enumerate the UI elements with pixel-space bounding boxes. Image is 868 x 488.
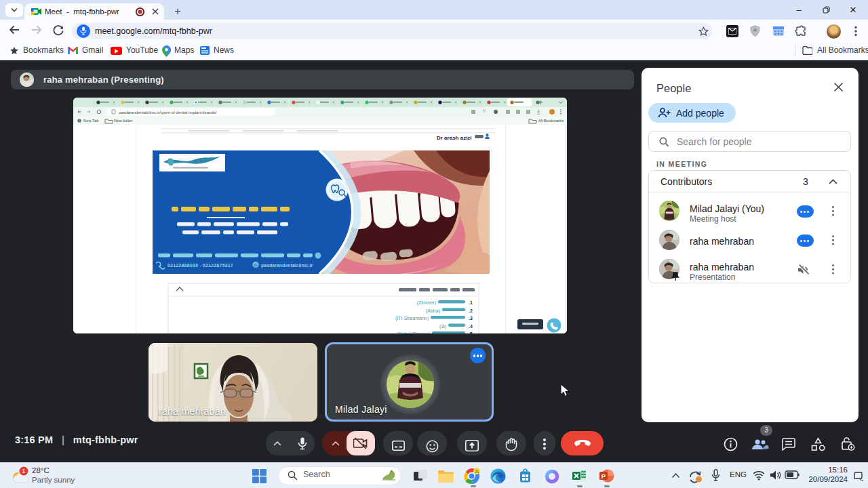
svg-text:pasdarandentalclinic.ir: pasdarandentalclinic.ir <box>261 263 313 268</box>
svg-text:02122888039 - 02122875317: 02122888039 - 02122875317 <box>167 263 233 268</box>
svg-text:pasdarandentalclinic.ir/types-: pasdarandentalclinic.ir/types-of-dental-… <box>119 110 217 115</box>
svg-text:Dr arash azizi: Dr arash azizi <box>437 135 472 141</box>
svg-text:.2: .2 <box>469 308 473 313</box>
svg-text:.1: .1 <box>469 300 473 305</box>
svg-text:.3: .3 <box>469 316 473 321</box>
svg-text:⚠: ⚠ <box>475 468 479 474</box>
svg-text:New Tab: New Tab <box>83 119 98 123</box>
svg-text:(Zimmer): (Zimmer) <box>417 300 436 306</box>
svg-text:1: 1 <box>22 467 25 474</box>
svg-text:(3i): (3i) <box>439 324 446 329</box>
svg-text:(ITI Streamann): (ITI Streamann) <box>395 316 429 321</box>
svg-text:(Astra): (Astra) <box>426 308 440 314</box>
svg-text:P: P <box>601 472 606 480</box>
svg-text:.4: .4 <box>469 324 473 329</box>
svg-text:New folder: New folder <box>114 119 133 123</box>
svg-text:@: @ <box>254 263 258 267</box>
svg-text:All Bookmarks: All Bookmarks <box>538 119 564 123</box>
svg-text:(Nobel Biocare): (Nobel Biocare) <box>397 331 430 333</box>
svg-text:.5: .5 <box>469 331 473 333</box>
